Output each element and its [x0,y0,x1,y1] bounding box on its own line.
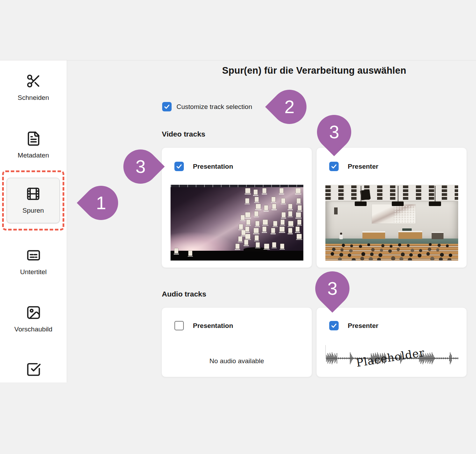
video-presentation-row: Presentation [174,162,233,171]
audience-head [398,243,401,247]
video-track-card-presenter[interactable]: Presenter [316,147,467,268]
audience-head [397,248,400,251]
audience-head [340,248,344,251]
file-icon [282,212,286,217]
audience-head [361,252,365,256]
audio-track-label: Presentation [193,322,233,330]
audience-head [428,248,431,251]
file-icon [262,188,266,193]
customize-checkbox[interactable] [162,102,172,111]
audience-head [411,249,414,252]
audience-head [407,244,410,247]
audience-head [378,253,382,257]
file-icon [296,227,300,232]
file-icon [262,227,266,232]
audience-head [391,256,395,261]
audio-presenter-row: Presenter [329,321,378,330]
audio-track-card-presenter[interactable]: Presenter Placeholder [316,307,467,377]
file-icon [296,212,301,217]
file-icon [281,198,285,203]
audience-head [352,258,356,261]
audience-head [331,252,334,256]
scissors-icon [26,73,41,89]
sidebar-item-label: Metadaten [18,152,49,159]
table-equipment [402,228,412,231]
sidebar-item-vorschaubild[interactable]: Vorschaubild [0,305,67,333]
annotation-marker-2: 2 [265,83,314,131]
audio-track-card-presentation[interactable]: Presentation No audio available [161,307,312,377]
file-icon [280,244,284,249]
file-icon [264,244,269,249]
annotation-marker-3-audio-presenter: 3 [308,264,357,313]
presenter-thumb [325,185,458,261]
audience-head [419,249,422,252]
file-icon [238,236,242,241]
video-presenter-row: Presenter [329,162,378,171]
lecture-table [362,231,385,239]
file-icon [174,248,178,253]
video-presenter-checkbox[interactable] [329,162,339,171]
waveform-axis [325,345,326,358]
annotation-dashed-highlight: Spuren [2,170,64,230]
file-icon [298,205,302,210]
header-divider [0,60,476,60]
sidebar-item-schneiden[interactable]: Schneiden [0,73,67,102]
sidebar-item-spuren[interactable]: Spuren [7,178,60,223]
audience-head [399,257,403,261]
audience-head [446,244,449,247]
file-icon [272,204,276,209]
video-presentation-checkbox[interactable] [174,162,184,171]
audio-presentation-checkbox[interactable] [174,321,184,330]
projector [392,202,404,206]
file-icon [254,190,258,195]
projected-icons [394,205,415,222]
lecture-ceiling [325,185,458,202]
audience-head [418,254,421,257]
presenter-person [339,233,344,240]
projector [355,202,367,206]
sidebar-item-untertitel[interactable]: Untertitel [0,248,67,276]
audio-presentation-row: Presentation [174,321,233,330]
file-icon [288,211,292,216]
audio-track-label: Presenter [348,322,378,330]
file-icon [255,197,259,202]
image-icon [26,305,41,320]
presentation-thumb [171,185,303,261]
sidebar: Schneiden Metadaten Spuren Untertitel [0,60,67,382]
file-icon [236,244,239,249]
lecture-table [398,231,422,239]
audience-head [377,258,381,261]
file-icon [280,188,283,193]
audio-presenter-checkbox[interactable] [329,321,339,330]
sidebar-item-metadaten[interactable]: Metadaten [0,131,67,159]
check-square-icon [26,362,41,377]
file-icon [254,211,258,216]
audio-waveform: Placeholder [325,344,459,372]
audience-head [440,253,444,257]
file-icon [245,227,249,232]
audience-head [338,257,342,261]
audience-head [370,252,374,256]
file-icon [288,204,292,209]
audience-head [349,249,353,252]
equipment-cart [432,232,443,240]
audience-head [360,257,364,261]
file-icon [297,220,301,225]
audio-tracks-heading: Audio tracks [162,290,206,298]
audience [325,241,458,261]
annotation-marker-3-video-presentation: 3 [116,142,165,191]
sidebar-item-label: Schneiden [18,94,49,102]
audience-head [359,245,362,248]
file-icon [271,228,275,233]
video-track-card-presentation[interactable]: Presentation [161,147,312,268]
audience-head [438,244,441,247]
sidebar-item-label: Spuren [22,207,44,214]
audience-head [380,249,383,252]
sidebar-item-fertig[interactable] [0,362,67,377]
projection-screen [372,204,416,223]
file-icon [255,235,259,240]
file-icon [280,227,284,232]
audience-head [439,257,443,261]
audience-head [429,243,432,246]
captions-icon [26,248,41,263]
